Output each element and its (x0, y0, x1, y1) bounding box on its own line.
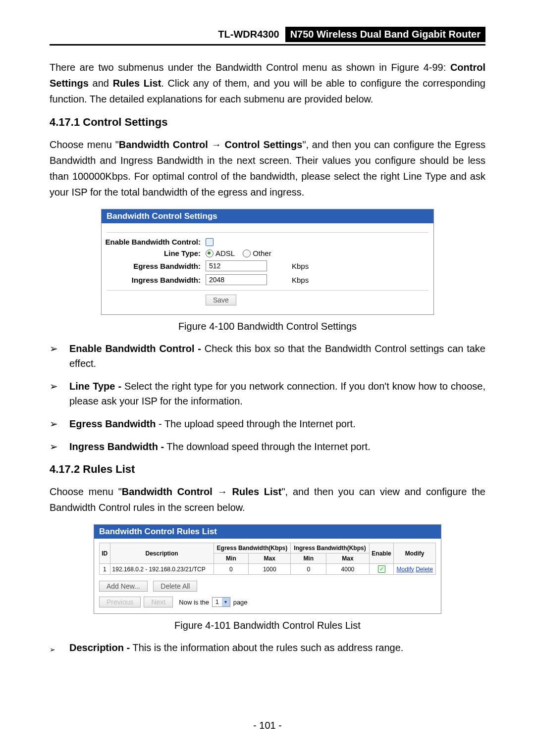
figure-4-101-panel: Bandwidth Control Rules List ID Descript… (94, 524, 441, 614)
panel101-title: Bandwidth Control Rules List (94, 525, 441, 539)
cell-modify: Modify Delete (394, 564, 436, 575)
enable-bw-checkbox[interactable] (206, 238, 214, 246)
bullet-enable-bw-label: Enable Bandwidth Control - (69, 343, 201, 354)
th-ingress: Ingress Bandwidth(Kbps) (291, 543, 369, 554)
th-ingress-min: Min (291, 554, 326, 564)
next-button[interactable]: Next (144, 597, 173, 607)
cs-p-bold-control-settings: Control Settings (225, 139, 303, 150)
bullet-enable-bw: Enable Bandwidth Control - Check this bo… (50, 341, 485, 371)
page-select[interactable]: 1 ▾ (212, 597, 230, 607)
figure-4-101-caption: Figure 4-101 Bandwidth Control Rules Lis… (50, 620, 485, 631)
control-settings-paragraph: Choose menu "Bandwidth Control → Control… (50, 137, 485, 200)
header-model: TL-WDR4300 (218, 29, 279, 40)
page-number: - 101 - (0, 720, 535, 731)
rules-list-bullets: Description - This is the information ab… (50, 640, 485, 655)
table-row: 1 192.168.0.2 - 192.168.0.23/21/TCP 0 10… (100, 564, 436, 575)
ingress-input[interactable]: 2048 (206, 274, 267, 285)
cell-imin: 0 (291, 564, 326, 575)
egress-input[interactable]: 512 (206, 260, 267, 271)
header-title: N750 Wireless Dual Band Gigabit Router (285, 27, 485, 42)
cell-emax: 1000 (249, 564, 291, 575)
rules-list-paragraph: Choose menu "Bandwidth Control → Rules L… (50, 484, 485, 515)
rl-p-bold-rules-list: Rules List (232, 486, 282, 497)
th-ingress-max: Max (326, 554, 370, 564)
cell-desc: 192.168.0.2 - 192.168.0.23/21/TCP (110, 564, 214, 575)
rl-p-arrow: → (213, 486, 232, 497)
radio-other-label: Other (253, 249, 271, 257)
th-enable: Enable (369, 543, 394, 564)
now-is-the-label: Now is the (179, 599, 209, 606)
intro-text-a: There are two submenus under the Bandwid… (50, 62, 450, 73)
ingress-label: Ingress Bandwidth: (102, 276, 206, 284)
cs-p-arrow: → (208, 139, 225, 150)
bullet-ingress-text: The download speed through the Internet … (164, 441, 371, 452)
bullet-description-text: This is the information about the rules … (130, 642, 403, 653)
bullet-ingress-label: Ingress Bandwidth - (69, 441, 164, 452)
figure-4-100-caption: Figure 4-100 Bandwidth Control Settings (50, 321, 485, 332)
page-word: page (233, 599, 248, 606)
bullet-egress: Egress Bandwidth - The upload speed thro… (50, 416, 485, 431)
heading-control-settings: 4.17.1 Control Settings (50, 116, 485, 129)
intro-paragraph: There are two submenus under the Bandwid… (50, 59, 485, 107)
linetype-label: Line Type: (102, 249, 206, 257)
egress-label: Egress Bandwidth: (102, 262, 206, 270)
chevron-down-icon: ▾ (222, 598, 230, 606)
cs-p-a: Choose menu " (50, 139, 119, 150)
radio-adsl[interactable] (206, 250, 214, 257)
radio-other[interactable] (243, 250, 251, 257)
delete-all-button[interactable]: Delete All (153, 581, 197, 592)
add-new-button[interactable]: Add New... (99, 581, 148, 592)
th-id: ID (100, 543, 110, 564)
th-modify: Modify (394, 543, 436, 564)
cell-imax: 4000 (326, 564, 370, 575)
bullet-description-label: Description - (69, 642, 130, 653)
heading-rules-list: 4.17.2 Rules List (50, 463, 485, 476)
th-egress-min: Min (214, 554, 249, 564)
link-delete[interactable]: Delete (416, 566, 433, 573)
rl-p-bold-bandwidth-control: Bandwidth Control (122, 486, 213, 497)
bullet-linetype: Line Type - Select the right type for yo… (50, 379, 485, 408)
cell-enable: ✓ (369, 564, 394, 575)
radio-adsl-label: ADSL (215, 249, 235, 257)
figure-4-100-panel: Bandwidth Control Settings Enable Bandwi… (101, 209, 434, 315)
bullet-description: Description - This is the information ab… (50, 640, 485, 655)
th-desc: Description (110, 543, 214, 564)
bullet-linetype-label: Line Type - (69, 381, 121, 392)
enable-bw-label: Enable Bandwidth Control: (102, 238, 206, 246)
page-select-value: 1 (213, 599, 222, 605)
bullet-egress-text: - The upload speed through the Internet … (156, 418, 355, 429)
cell-emin: 0 (214, 564, 249, 575)
control-settings-bullets: Enable Bandwidth Control - Check this bo… (50, 341, 485, 454)
bullet-ingress: Ingress Bandwidth - The download speed t… (50, 439, 485, 454)
save-button[interactable]: Save (206, 295, 236, 305)
intro-bold-rules-list: Rules List (113, 78, 161, 89)
previous-button[interactable]: Previous (99, 597, 141, 607)
th-egress-max: Max (249, 554, 291, 564)
th-egress: Egress Bandwidth(Kbps) (214, 543, 291, 554)
bullet-linetype-text: Select the right type for you network co… (69, 381, 485, 406)
intro-text-c: and (89, 78, 113, 89)
rl-p-a: Choose menu " (50, 486, 122, 497)
cs-p-bold-bandwidth-control: Bandwidth Control (119, 139, 208, 150)
link-modify[interactable]: Modify (396, 566, 414, 573)
row-enable-checkbox[interactable]: ✓ (378, 565, 385, 573)
rules-table: ID Description Egress Bandwidth(Kbps) In… (99, 543, 436, 575)
egress-unit: Kbps (292, 262, 309, 270)
panel100-title: Bandwidth Control Settings (102, 209, 433, 223)
ingress-unit: Kbps (292, 276, 309, 284)
page-header: TL-WDR4300 N750 Wireless Dual Band Gigab… (50, 27, 485, 46)
cell-id: 1 (100, 564, 110, 575)
bullet-egress-label: Egress Bandwidth (69, 418, 156, 429)
